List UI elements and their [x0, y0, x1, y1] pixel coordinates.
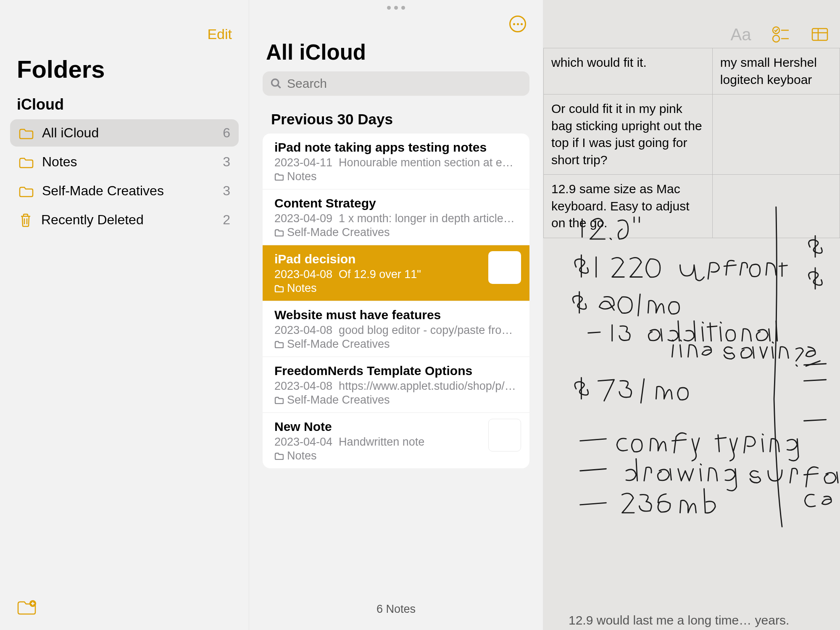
folder-count: 2 — [223, 212, 230, 228]
search-field[interactable] — [263, 71, 529, 96]
table-cell[interactable]: Or could fit it in my pink bag sticking … — [544, 94, 713, 175]
note-title: Website must have features — [274, 308, 518, 322]
note-title: FreedomNerds Template Options — [274, 364, 518, 378]
folder-label: Recently Deleted — [41, 212, 144, 228]
account-section-label: iCloud — [0, 92, 249, 119]
search-input[interactable] — [287, 76, 522, 91]
note-preview: 2023-04-09 1 x month: longer in depth ar… — [274, 212, 518, 225]
folder-item-all-icloud[interactable]: All iCloud 6 — [10, 119, 239, 147]
note-bottom-text: 12.9 would last me a long time… years. — [569, 613, 789, 627]
note-preview: 2023-04-11 Honourable mention section at… — [274, 156, 518, 169]
trash-icon — [18, 213, 33, 227]
new-folder-button[interactable] — [17, 600, 36, 615]
note-toolbar: Aa — [543, 17, 840, 48]
folder-label: Self-Made Creatives — [42, 183, 164, 199]
folder-count: 3 — [223, 183, 230, 199]
note-folder: Self-Made Creatives — [274, 338, 518, 351]
note-item[interactable]: New Note 2023-04-04 Handwritten note Not… — [263, 413, 529, 468]
note-thumbnail — [488, 251, 521, 284]
note-folder: Self-Made Creatives — [274, 394, 518, 407]
text-style-button[interactable]: Aa — [732, 25, 750, 44]
note-item[interactable]: Content Strategy 2023-04-09 1 x month: l… — [263, 189, 529, 245]
note-title: iPad decision — [274, 252, 518, 266]
svg-point-2 — [272, 79, 279, 86]
folder-label: All iCloud — [42, 125, 99, 141]
table-cell[interactable] — [712, 94, 840, 175]
folder-icon — [18, 127, 34, 139]
svg-point-5 — [773, 35, 779, 42]
note-folder: Self-Made Creatives — [274, 226, 518, 239]
search-icon — [270, 78, 282, 89]
note-preview: 2023-04-08 Of 12.9 over 11" — [274, 268, 518, 281]
svg-rect-7 — [812, 29, 827, 40]
note-editor-pane: Aa which would fit it.my small Hershel l… — [543, 0, 840, 630]
folder-count: 3 — [223, 154, 230, 170]
folders-title: Folders — [0, 47, 249, 92]
drag-handle-icon[interactable] — [249, 0, 543, 12]
note-title: iPad note taking apps testing notes — [274, 140, 518, 155]
folder-count: 6 — [223, 125, 230, 141]
note-preview: 2023-04-08 https://www.applet.studio/sho… — [274, 380, 518, 393]
notes-list-pane: All iCloud Previous 30 Days iPad note ta… — [249, 0, 543, 630]
handwriting-area[interactable] — [560, 199, 840, 630]
note-folder: Notes — [274, 170, 518, 183]
folder-item-self-made-creatives[interactable]: Self-Made Creatives 3 — [10, 177, 239, 205]
note-item[interactable]: Website must have features 2023-04-08 go… — [263, 301, 529, 357]
folder-item-notes[interactable]: Notes 3 — [10, 148, 239, 176]
folder-icon — [18, 185, 34, 197]
note-title: Content Strategy — [274, 196, 518, 210]
note-thumbnail — [488, 419, 521, 452]
list-title: All iCloud — [249, 38, 543, 71]
notes-count-footer: 6 Notes — [249, 592, 543, 630]
table-cell[interactable]: my small Hershel logitech keyboar — [712, 48, 840, 94]
folder-item-recently-deleted[interactable]: Recently Deleted 2 — [10, 206, 239, 234]
note-preview: 2023-04-08 good blog editor - copy/paste… — [274, 324, 518, 337]
folders-sidebar: Edit Folders iCloud All iCloud 6 Notes 3… — [0, 0, 249, 630]
edit-button[interactable]: Edit — [207, 26, 232, 42]
note-item[interactable]: FreedomNerds Template Options 2023-04-08… — [263, 357, 529, 413]
folder-label: Notes — [42, 154, 77, 170]
table-cell[interactable]: which would fit it. — [544, 48, 713, 94]
note-item[interactable]: iPad note taking apps testing notes 2023… — [263, 134, 529, 189]
note-item[interactable]: iPad decision 2023-04-08 Of 12.9 over 11… — [263, 245, 529, 301]
note-folder: Notes — [274, 282, 518, 295]
note-title: New Note — [274, 420, 518, 434]
checklist-button[interactable] — [771, 25, 790, 44]
note-body[interactable]: which would fit it.my small Hershel logi… — [543, 48, 840, 630]
more-options-button[interactable] — [509, 16, 526, 32]
group-header: Previous 30 Days — [249, 106, 543, 134]
note-folder: Notes — [274, 449, 518, 462]
folder-icon — [18, 156, 34, 168]
table-button[interactable] — [811, 25, 829, 44]
note-preview: 2023-04-04 Handwritten note — [274, 436, 518, 449]
